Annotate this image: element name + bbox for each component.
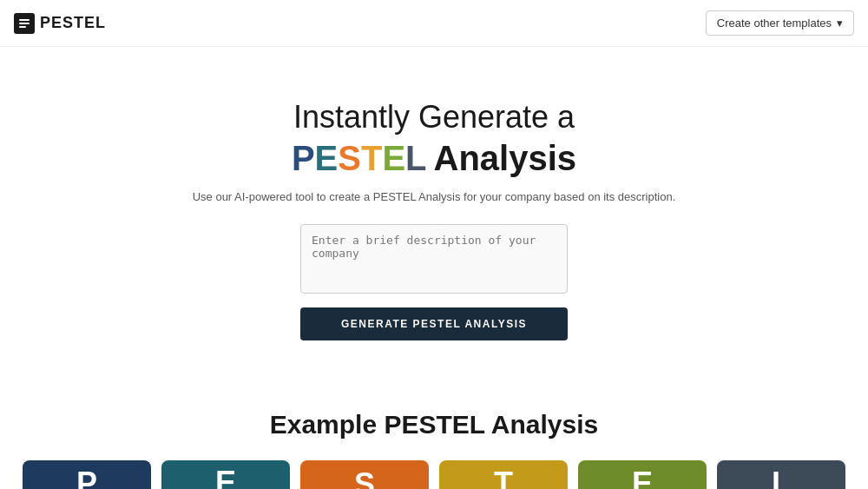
card-letter-economic: E [215, 465, 236, 490]
pestel-letter-t: T [361, 139, 382, 177]
hero-subtitle: Use our AI-powered tool to create a PEST… [193, 190, 676, 203]
svg-rect-2 [19, 26, 26, 28]
generate-button[interactable]: GENERATE PESTEL ANALYSIS [300, 307, 568, 340]
logo-icon [14, 13, 35, 34]
logo-area: PESTEL [14, 13, 106, 34]
header-right: Create other templates ▾ [706, 10, 854, 36]
hero-headline-line2: PESTEL Analysis [292, 139, 576, 178]
pestel-letter-s: S [338, 139, 361, 177]
generate-button-label: GENERATE PESTEL ANALYSIS [341, 318, 527, 330]
create-templates-label: Create other templates [717, 17, 832, 30]
pestel-card-technological[interactable]: TTechnological [439, 460, 568, 489]
hero-headline-line1: Instantly Generate a [293, 99, 575, 135]
logo-text: PESTEL [40, 14, 106, 32]
example-section-title: Example PESTEL Analysis [270, 410, 599, 439]
card-letter-technological: T [494, 466, 513, 489]
analysis-word: Analysis [434, 139, 577, 178]
pestel-letter-e1: E [315, 139, 339, 177]
example-section: Example PESTEL Analysis PPoliticalEEcono… [0, 375, 868, 489]
chevron-down-icon: ▾ [837, 17, 843, 30]
pestel-letter-p: P [292, 139, 315, 177]
card-letter-legal: L [772, 466, 791, 489]
create-templates-dropdown[interactable]: Create other templates ▾ [706, 10, 854, 36]
pestel-card-economic[interactable]: EEconomic [161, 460, 290, 489]
main-content: Instantly Generate a PESTEL Analysis Use… [0, 47, 868, 375]
card-letter-political: P [76, 466, 97, 489]
pestel-colored-text: PESTEL [292, 139, 427, 178]
textarea-container [300, 224, 568, 297]
company-description-input[interactable] [300, 224, 568, 294]
card-letter-social: S [354, 466, 375, 490]
card-letter-environmental: E [632, 466, 653, 489]
pestel-letter-e2: E [382, 139, 405, 177]
pestel-cards-row: PPoliticalEEconomicSSocialTTechnological… [26, 460, 842, 489]
svg-rect-0 [19, 19, 30, 21]
pestel-card-environmental[interactable]: EEnvironmental [578, 460, 707, 489]
pestel-card-political[interactable]: PPolitical [23, 460, 151, 489]
header: PESTEL Create other templates ▾ [0, 0, 868, 47]
pestel-letter-l: L [405, 139, 426, 177]
svg-rect-1 [19, 23, 30, 24]
pestel-card-legal[interactable]: LLegal [717, 460, 845, 489]
pestel-card-social[interactable]: SSocial [300, 460, 429, 489]
